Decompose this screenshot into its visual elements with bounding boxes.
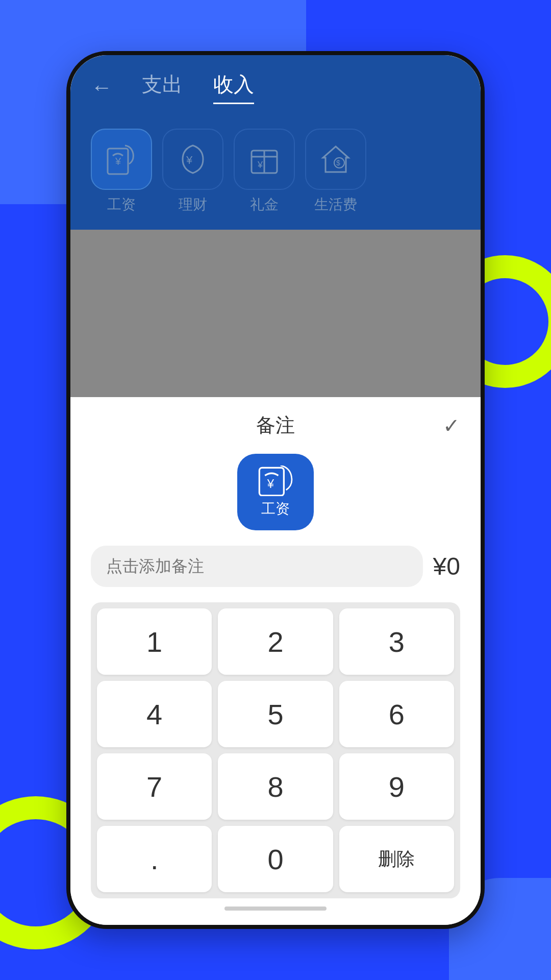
category-gift[interactable]: ¥ 礼金 (234, 129, 295, 214)
num-key-8[interactable]: 8 (218, 753, 333, 820)
living-icon: $ (318, 141, 354, 177)
selected-category-label: 工资 (261, 499, 290, 519)
svg-text:¥: ¥ (267, 477, 274, 491)
category-living-icon-box: $ (305, 129, 366, 190)
delete-key[interactable]: 删除 (339, 826, 454, 892)
num-key-4[interactable]: 4 (97, 681, 212, 747)
num-key-6[interactable]: 6 (339, 681, 454, 747)
top-bar: ← 支出 收入 ¥ 工资 (70, 55, 481, 230)
remark-header: 备注 ✓ (91, 412, 460, 438)
num-key-.[interactable]: . (97, 826, 212, 892)
svg-text:¥: ¥ (186, 154, 193, 166)
svg-text:$: $ (336, 159, 340, 167)
remark-title: 备注 (256, 412, 295, 438)
num-key-1[interactable]: 1 (97, 608, 212, 675)
category-living-label: 生活费 (314, 195, 357, 214)
num-key-5[interactable]: 5 (218, 681, 333, 747)
selected-category-display: ¥ 工资 (91, 454, 460, 530)
salary-icon: ¥ (104, 141, 139, 177)
category-finance[interactable]: ¥ 理财 (162, 129, 223, 214)
selected-salary-icon: ¥ (255, 465, 296, 496)
bottom-panel: 备注 ✓ ¥ 工资 ¥0 123456789.0删除 (70, 397, 481, 925)
num-key-9[interactable]: 9 (339, 753, 454, 820)
category-gift-label: 礼金 (250, 195, 279, 214)
tab-income[interactable]: 收入 (213, 70, 254, 104)
confirm-button[interactable]: ✓ (443, 414, 460, 437)
category-living[interactable]: $ 生活费 (305, 129, 366, 214)
svg-text:¥: ¥ (257, 160, 263, 170)
top-nav: ← 支出 收入 (91, 70, 460, 104)
back-button[interactable]: ← (91, 75, 121, 100)
num-key-2[interactable]: 2 (218, 608, 333, 675)
remark-input[interactable] (91, 546, 423, 587)
category-salary[interactable]: ¥ 工资 (91, 129, 152, 214)
num-key-7[interactable]: 7 (97, 753, 212, 820)
phone-frame: ← 支出 收入 ¥ 工资 (66, 51, 485, 929)
category-gift-icon-box: ¥ (234, 129, 295, 190)
finance-icon: ¥ (175, 141, 211, 177)
category-salary-icon-box: ¥ (91, 129, 152, 190)
selected-icon-box: ¥ 工资 (237, 454, 314, 530)
category-finance-icon-box: ¥ (162, 129, 223, 190)
amount-display: ¥0 (433, 552, 460, 580)
numpad: 123456789.0删除 (91, 602, 460, 898)
home-indicator (224, 906, 327, 911)
category-row: ¥ 工资 ¥ 理财 (91, 116, 460, 230)
input-row: ¥0 (91, 546, 460, 587)
gift-icon: ¥ (246, 141, 282, 177)
svg-text:¥: ¥ (115, 156, 121, 167)
category-finance-label: 理财 (179, 195, 207, 214)
num-key-0[interactable]: 0 (218, 826, 333, 892)
tab-expense[interactable]: 支出 (142, 70, 183, 104)
tab-group: 支出 收入 (142, 70, 254, 104)
content-area (70, 230, 481, 397)
num-key-3[interactable]: 3 (339, 608, 454, 675)
category-salary-label: 工资 (107, 195, 136, 214)
